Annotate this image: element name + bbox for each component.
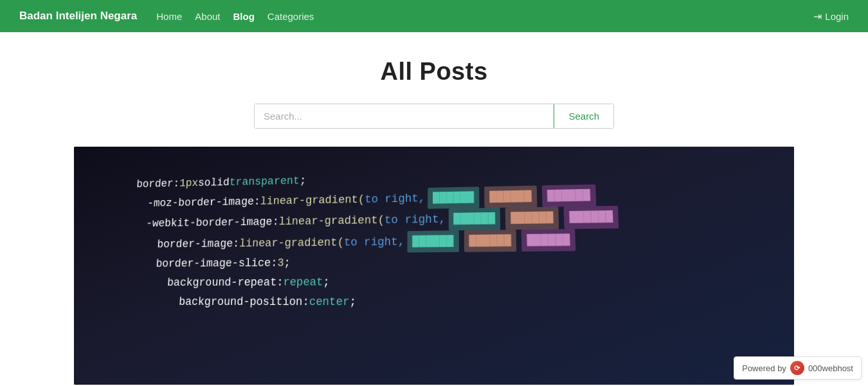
nav-right: ⇥ Login [813,10,849,23]
nav-links: Home About Blog Categories [156,11,314,22]
powered-by-text: Powered by [742,363,786,373]
nav-link-categories[interactable]: Categories [267,11,314,22]
login-link[interactable]: ⇥ Login [813,10,849,23]
navbar: Badan Intelijen Negara Home About Blog C… [0,0,868,32]
webhost-logo: ⟳ [790,361,804,375]
nav-brand: Badan Intelijen Negara [19,10,137,23]
webhost-name: 000webhost [808,363,853,373]
code-content: border: 1px solid transparent ; -moz-bor… [88,147,794,385]
code-line-7: background-position: center ; [128,291,794,313]
code-image-block: border: 1px solid transparent ; -moz-bor… [74,147,794,385]
login-icon: ⇥ [813,10,822,23]
nav-link-home[interactable]: Home [156,11,182,22]
search-input[interactable] [255,104,554,128]
powered-by-badge: Powered by ⟳ 000webhost [734,356,862,380]
search-bar: Search [254,104,614,129]
code-line-6: background-repeat: repeat ; [129,270,794,292]
main-content: All Posts Search border: 1px solid trans… [0,32,868,385]
search-button[interactable]: Search [554,104,613,128]
login-label: Login [825,11,849,22]
nav-link-about[interactable]: About [195,11,220,22]
nav-link-blog[interactable]: Blog [233,11,255,22]
page-title: All Posts [380,58,487,86]
nav-left: Badan Intelijen Negara Home About Blog C… [19,10,314,23]
